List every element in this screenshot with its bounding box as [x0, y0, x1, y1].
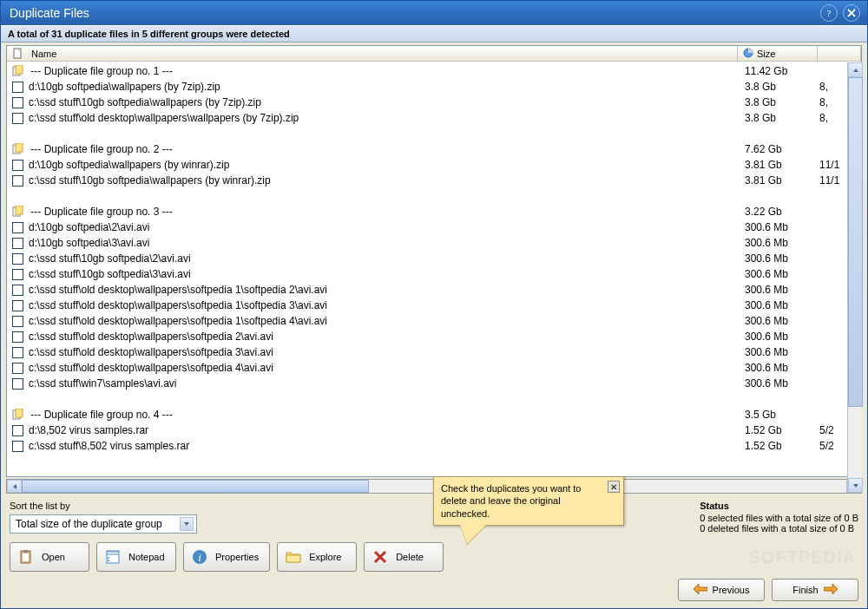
notepad-icon — [104, 548, 122, 566]
scroll-down-button[interactable] — [848, 478, 863, 493]
file-row[interactable]: c:\ssd stuff\old desktop\wallpapers\soft… — [7, 282, 861, 298]
svg-rect-8 — [16, 206, 23, 214]
group-row[interactable]: --- Duplicate file group no. 1 ---11.42 … — [7, 63, 861, 79]
file-checkbox[interactable] — [12, 97, 23, 108]
explore-button[interactable]: Explore — [277, 542, 357, 572]
summary-bar: A total of 31 duplicate files in 5 diffe… — [1, 25, 867, 43]
duplicate-files-window: Duplicate Files ? A total of 31 duplicat… — [0, 0, 868, 609]
duplicate-group-icon — [12, 65, 24, 77]
arrow-right-icon — [824, 584, 838, 596]
titlebar-controls: ? — [820, 4, 860, 22]
file-row[interactable]: d:\10gb softpedia\3\avi.avi300.6 Mb — [7, 235, 861, 251]
file-icon — [12, 48, 24, 60]
duplicate-group-icon — [12, 143, 24, 155]
file-row[interactable]: c:\ssd stuff\old desktop\wallpapers\soft… — [7, 313, 861, 329]
group-row[interactable]: --- Duplicate file group no. 3 ---3.22 G… — [7, 204, 861, 219]
duplicate-group-icon — [12, 206, 24, 218]
column-size[interactable]: Size — [738, 46, 818, 61]
svg-point-16 — [108, 560, 109, 561]
svg-text:i: i — [198, 551, 201, 564]
help-button[interactable]: ? — [820, 4, 838, 22]
file-row[interactable]: c:\ssd stuff\10gb softpedia\3\avi.avi300… — [7, 266, 861, 282]
scroll-up-button[interactable] — [848, 62, 863, 77]
pie-icon — [743, 48, 753, 60]
svg-rect-12 — [23, 553, 29, 561]
file-checkbox[interactable] — [12, 269, 23, 280]
file-checkbox[interactable] — [12, 441, 23, 452]
info-icon: i — [191, 548, 208, 566]
file-row[interactable]: c:\ssd stuff\10gb softpedia\2\avi.avi300… — [7, 251, 861, 266]
sort-block: Sort the list by Total size of the dupli… — [10, 501, 197, 534]
sort-label: Sort the list by — [10, 501, 197, 511]
file-row[interactable]: c:\ssd stuff\8,502 virus samples.rar1.52… — [7, 438, 861, 454]
file-row[interactable]: d:\8,502 virus samples.rar1.52 Gb5/2 — [7, 422, 861, 438]
status-block: Status 0 selected files with a total siz… — [700, 501, 858, 534]
sort-dropdown[interactable]: Total size of the duplicate group — [10, 514, 197, 534]
file-checkbox[interactable] — [12, 175, 23, 187]
file-checkbox[interactable] — [12, 300, 23, 311]
question-icon: ? — [824, 8, 834, 18]
svg-point-15 — [108, 557, 109, 559]
tooltip-close-button[interactable]: ✕ — [608, 481, 620, 493]
file-row[interactable]: d:\10gb softpedia\2\avi.avi300.6 Mb — [7, 219, 861, 235]
file-checkbox[interactable] — [12, 82, 23, 93]
scroll-left-button[interactable] — [7, 480, 22, 493]
titlebar: Duplicate Files ? — [1, 1, 867, 25]
delete-button[interactable]: Delete — [364, 542, 444, 572]
chevron-down-icon — [180, 517, 194, 531]
file-checkbox[interactable] — [12, 425, 23, 436]
file-row[interactable]: c:\ssd stuff\old desktop\wallpapers\soft… — [7, 329, 861, 344]
file-row[interactable]: c:\ssd stuff\old desktop\wallpapers\soft… — [7, 344, 861, 360]
group-row[interactable]: --- Duplicate file group no. 2 ---7.62 G… — [7, 141, 861, 157]
file-row[interactable]: c:\ssd stuff\old desktop\wallpapers\soft… — [7, 360, 861, 376]
status-line-1: 0 selected files with a total size of 0 … — [700, 513, 858, 523]
file-checkbox[interactable] — [12, 113, 23, 124]
file-row[interactable]: c:\ssd stuff\win7\samples\avi.avi300.6 M… — [7, 376, 861, 391]
group-row[interactable]: --- Duplicate file group no. 4 ---3.5 Gb — [7, 407, 861, 422]
file-checkbox[interactable] — [12, 160, 23, 171]
file-row[interactable]: d:\10gb softpedia\wallpapers (by 7zip).z… — [7, 79, 861, 95]
file-checkbox[interactable] — [12, 253, 23, 265]
file-list: Name Size --- Duplicate file group no. 1… — [6, 45, 862, 477]
list-body[interactable]: --- Duplicate file group no. 1 ---11.42 … — [7, 62, 861, 476]
file-checkbox[interactable] — [12, 363, 23, 374]
open-button[interactable]: Open — [10, 542, 89, 572]
sort-value: Total size of the duplicate group — [16, 518, 162, 530]
arrow-left-icon — [694, 584, 707, 596]
hscroll-thumb[interactable] — [22, 480, 369, 493]
file-row[interactable]: d:\10gb softpedia\wallpapers (by winrar)… — [7, 157, 861, 173]
file-checkbox[interactable] — [12, 347, 23, 358]
properties-button[interactable]: i Properties — [183, 542, 270, 572]
file-checkbox[interactable] — [12, 316, 23, 327]
file-row[interactable]: c:\ssd stuff\10gb softpedia\wallpapers (… — [7, 95, 861, 110]
file-row[interactable]: c:\ssd stuff\10gb softpedia\wallpapers (… — [7, 173, 861, 188]
file-row[interactable]: c:\ssd stuff\old desktop\wallpapers\wall… — [7, 110, 861, 126]
tooltip-tail — [460, 525, 486, 544]
notepad-button[interactable]: Notepad — [96, 542, 176, 572]
file-checkbox[interactable] — [12, 331, 23, 343]
svg-rect-4 — [16, 65, 23, 74]
svg-rect-1 — [14, 49, 21, 58]
scroll-thumb[interactable] — [848, 77, 863, 407]
column-extra[interactable] — [818, 46, 861, 61]
folder-icon — [285, 548, 302, 566]
file-checkbox[interactable] — [12, 378, 23, 390]
file-checkbox[interactable] — [12, 238, 23, 249]
close-button[interactable] — [843, 4, 860, 22]
finish-button[interactable]: Finish — [772, 579, 858, 601]
bottom-panel: Check the duplicates you want to delete … — [1, 497, 867, 577]
list-header: Name Size — [7, 46, 861, 62]
window-title: Duplicate Files — [10, 6, 89, 20]
file-row[interactable]: c:\ssd stuff\old desktop\wallpapers\soft… — [7, 298, 861, 313]
vertical-scrollbar[interactable] — [847, 62, 862, 493]
svg-rect-13 — [23, 550, 28, 553]
svg-rect-6 — [16, 143, 23, 152]
file-checkbox[interactable] — [12, 285, 23, 296]
column-name[interactable]: Name — [7, 46, 738, 61]
previous-button[interactable]: Previous — [678, 579, 765, 601]
file-checkbox[interactable] — [12, 222, 23, 233]
delete-icon — [372, 548, 389, 566]
nav-buttons: Previous Finish — [1, 577, 867, 608]
close-icon — [846, 8, 857, 18]
hint-tooltip: Check the duplicates you want to delete … — [433, 476, 624, 526]
